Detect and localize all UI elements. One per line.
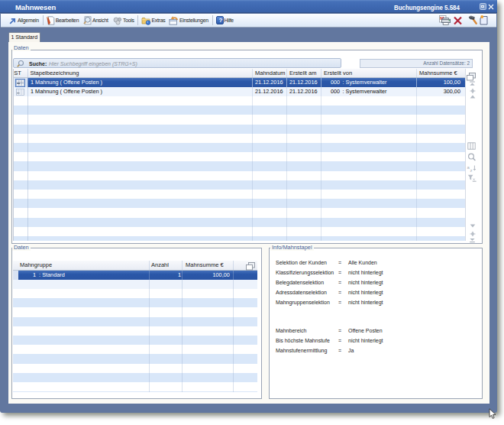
svg-text:z: z [470,168,473,173]
